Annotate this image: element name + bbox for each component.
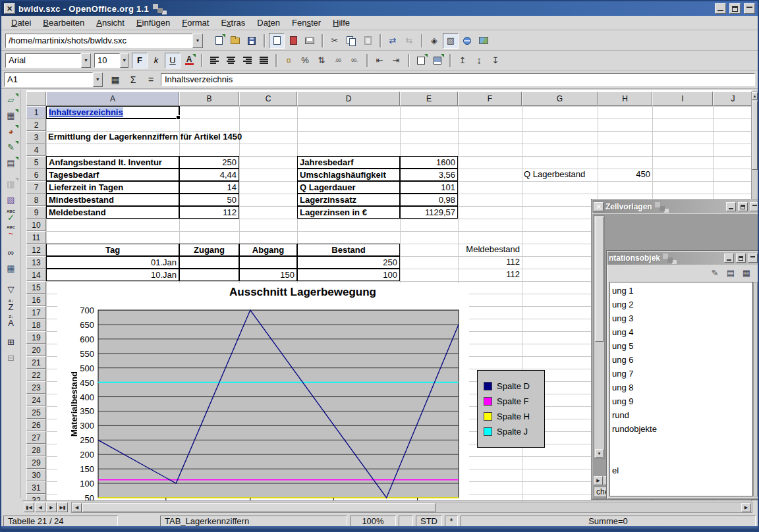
row-header-4[interactable]: 4 xyxy=(26,144,46,156)
legend-item[interactable]: Spalte H xyxy=(484,412,544,421)
font-name-combo[interactable]: ▼ xyxy=(5,53,91,68)
undo-icon[interactable]: ⇄ xyxy=(385,33,401,49)
styles-panel-window[interactable]: ntationsobjek ✎▤▦ ung 1ung 2ung 3ung 4un… xyxy=(606,250,759,500)
row-header-26[interactable]: 26 xyxy=(26,419,46,431)
legend-item[interactable]: Spalte F xyxy=(484,396,544,406)
name-box[interactable]: ▼ xyxy=(4,72,103,87)
style-list-item[interactable]: ung 7 xyxy=(612,367,752,381)
menu-item-daten[interactable]: Daten xyxy=(251,16,286,29)
styles-list-scrollbar[interactable] xyxy=(753,282,758,496)
style-list-item[interactable]: rundobjekte xyxy=(612,422,752,436)
row-header-27[interactable]: 27 xyxy=(26,431,46,444)
scroll-down-icon[interactable]: ▼ xyxy=(595,449,604,458)
number-format-percent-icon[interactable]: % xyxy=(297,53,313,68)
menu-item-datei[interactable]: Datei xyxy=(5,16,37,29)
row-header-19[interactable]: 19 xyxy=(26,331,46,344)
name-box-dropdown-icon[interactable]: ▼ xyxy=(93,72,103,87)
ungroup-icon[interactable]: ⊟ xyxy=(3,350,20,365)
cell-A7[interactable]: Lieferzeit in Tagen xyxy=(46,181,179,194)
style-list-item[interactable]: el xyxy=(612,464,752,477)
row-header-17[interactable]: 17 xyxy=(26,306,46,319)
sort-descending-icon[interactable]: Z↓A xyxy=(3,313,20,329)
formula-input[interactable] xyxy=(161,73,755,86)
styles-panel-titlebar[interactable]: ntationsobjek xyxy=(607,252,759,265)
sort-ascending-icon[interactable]: A↓Z xyxy=(3,298,20,313)
legend-item[interactable]: Spalte D xyxy=(484,381,544,391)
window-bottom-edge[interactable] xyxy=(1,526,758,531)
row-header-16[interactable]: 16 xyxy=(26,294,46,306)
row-header-32[interactable]: 32 xyxy=(26,494,46,500)
last-sheet-icon[interactable]: ▶▮ xyxy=(57,502,68,512)
row-header-9[interactable]: 9 xyxy=(26,206,46,219)
style-list-item[interactable]: rund xyxy=(612,408,752,422)
shade-icon[interactable] xyxy=(744,3,755,14)
underline-icon[interactable]: U xyxy=(165,53,181,68)
url-combo[interactable]: ▼ xyxy=(5,34,203,48)
close-icon[interactable] xyxy=(4,3,15,14)
cell-B14[interactable] xyxy=(179,269,239,281)
navigator-icon[interactable]: ◈ xyxy=(426,33,442,49)
scroll-right-icon[interactable]: ▶ xyxy=(741,503,751,512)
cell-A8[interactable]: Mindestbestand xyxy=(46,194,179,206)
copy-icon[interactable] xyxy=(343,33,359,49)
column-header-B[interactable]: B xyxy=(179,92,239,106)
column-header-H[interactable]: H xyxy=(598,92,652,106)
cell-C14[interactable]: 150 xyxy=(239,269,297,281)
cell-A6[interactable]: Tagesbedarf xyxy=(46,169,179,181)
cell-C12[interactable]: Abgang xyxy=(239,244,297,256)
cell-E5[interactable]: 1600 xyxy=(400,156,458,169)
cell-reference-input[interactable] xyxy=(4,72,93,87)
row-header-29[interactable]: 29 xyxy=(26,456,46,469)
row-header-20[interactable]: 20 xyxy=(26,344,46,356)
menu-item-extras[interactable]: Extras xyxy=(215,16,251,29)
update-style-icon[interactable]: ▦ xyxy=(740,267,753,280)
autofilter-icon[interactable]: ▽ xyxy=(3,282,20,297)
chart[interactable]: Ausschnitt Lagerbewegung Materialbestand… xyxy=(57,283,469,500)
redo-icon[interactable]: ⇆ xyxy=(401,33,417,49)
autospellcheck-icon[interactable]: ABC~ xyxy=(3,224,20,239)
row-header-7[interactable]: 7 xyxy=(26,181,46,194)
cell-B6[interactable]: 4,44 xyxy=(179,169,239,181)
edit-file-icon[interactable] xyxy=(269,33,285,49)
align-justify-icon[interactable] xyxy=(256,53,271,68)
font-size-dropdown-icon[interactable]: ▼ xyxy=(120,53,128,68)
chart-legend[interactable]: Spalte DSpalte FSpalte HSpalte J xyxy=(477,370,545,448)
row-header-21[interactable]: 21 xyxy=(26,356,46,369)
scroll-right-icon[interactable]: ▶ xyxy=(594,476,603,485)
cell-styles-titlebar[interactable]: Zellvorlagen xyxy=(592,200,759,213)
align-bottom-icon[interactable]: ↧ xyxy=(488,53,503,68)
maximize-icon[interactable] xyxy=(738,202,748,211)
row-header-22[interactable]: 22 xyxy=(26,369,46,381)
row-header-3[interactable]: 3 xyxy=(26,131,46,144)
number-format-standard-icon[interactable]: ⇅ xyxy=(314,53,329,68)
cell-A12[interactable]: Tag xyxy=(46,244,179,256)
insert-cells-icon[interactable]: ▦ xyxy=(3,108,20,123)
column-header-D[interactable]: D xyxy=(297,92,400,106)
autoformat-icon[interactable]: ▧ xyxy=(3,192,20,207)
minimize-icon[interactable] xyxy=(726,202,736,211)
column-header-G[interactable]: G xyxy=(522,92,598,106)
prev-sheet-icon[interactable]: ◀ xyxy=(35,502,45,512)
vertical-scrollbar-thumb[interactable] xyxy=(752,101,758,170)
function-wizard-icon[interactable]: ▦ xyxy=(107,72,123,87)
row-header-15[interactable]: 15 xyxy=(26,281,46,294)
row-header-30[interactable]: 30 xyxy=(26,469,46,481)
shade-icon[interactable] xyxy=(750,202,759,211)
cell-styles-scrollbar-thumb[interactable] xyxy=(595,217,604,342)
equals-icon[interactable]: = xyxy=(143,72,159,87)
background-color-icon[interactable] xyxy=(430,53,445,68)
column-header-I[interactable]: I xyxy=(652,92,713,106)
cell-A1[interactable]: Inhaltsverzeichnis xyxy=(46,106,179,119)
align-center-vertical-icon[interactable]: ↨ xyxy=(471,53,487,68)
cell-D8[interactable]: Lagerzinssatz xyxy=(297,194,400,206)
horizontal-scrollbar-thumb[interactable] xyxy=(82,503,436,512)
cell-D14[interactable]: 100 xyxy=(297,269,400,281)
maximize-icon[interactable] xyxy=(736,253,746,263)
draw-functions-icon[interactable]: ✎ xyxy=(3,140,20,155)
cell-B7[interactable]: 14 xyxy=(179,181,239,194)
row-header-1[interactable]: 1 xyxy=(26,106,46,119)
column-header-A[interactable]: A xyxy=(46,92,179,106)
number-format-currency-icon[interactable]: ¤ xyxy=(281,53,296,68)
scroll-up-icon[interactable]: ▲ xyxy=(752,92,758,100)
style-list-item[interactable]: ung 6 xyxy=(612,353,752,367)
